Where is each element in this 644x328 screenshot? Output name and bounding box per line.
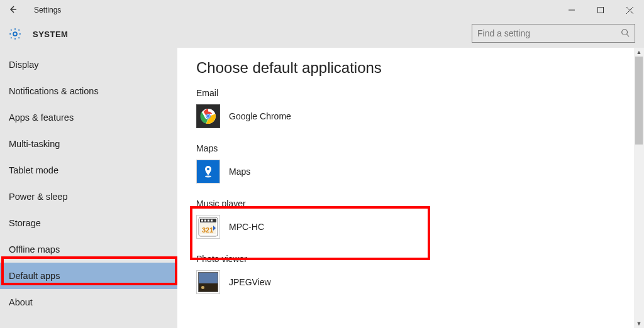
svg-point-10 bbox=[207, 115, 209, 118]
sidebar-item-apps-features[interactable]: Apps & features bbox=[0, 104, 177, 131]
page-heading: Choose default applications bbox=[196, 59, 644, 77]
default-app-name: Google Chrome bbox=[229, 111, 291, 121]
search-box[interactable] bbox=[472, 24, 635, 43]
minimize-button[interactable] bbox=[557, 0, 586, 20]
default-app-music[interactable]: 321 MPC-HC bbox=[196, 215, 644, 239]
sidebar-item-about[interactable]: About bbox=[0, 289, 177, 315]
default-app-maps[interactable]: Maps bbox=[196, 160, 644, 183]
scroll-thumb[interactable] bbox=[635, 57, 643, 145]
sidebar-item-label: Apps & features bbox=[9, 112, 74, 123]
titlebar: Settings bbox=[0, 0, 644, 20]
content-pane: Choose default applications Email Google… bbox=[177, 48, 644, 328]
category-label-maps: Maps bbox=[196, 143, 644, 153]
search-icon bbox=[621, 28, 630, 39]
maximize-button[interactable] bbox=[586, 0, 615, 20]
sidebar-item-label: About bbox=[9, 297, 33, 307]
sidebar-item-display[interactable]: Display bbox=[0, 52, 177, 78]
default-app-name: JPEGView bbox=[229, 277, 271, 287]
window-controls bbox=[557, 0, 644, 20]
sidebar-item-label: Storage bbox=[9, 218, 41, 228]
svg-rect-1 bbox=[598, 8, 604, 13]
maps-icon bbox=[196, 160, 220, 183]
back-button[interactable] bbox=[0, 4, 25, 16]
default-app-email[interactable]: Google Chrome bbox=[196, 104, 644, 128]
window-title: Settings bbox=[34, 6, 61, 14]
scroll-up-icon[interactable]: ▲ bbox=[634, 48, 644, 57]
svg-point-11 bbox=[205, 176, 211, 178]
svg-rect-14 bbox=[201, 220, 203, 222]
default-app-name: MPC-HC bbox=[229, 222, 264, 232]
default-app-name: Maps bbox=[229, 167, 250, 177]
chrome-icon bbox=[196, 104, 220, 128]
sidebar-item-label: Multi-tasking bbox=[9, 139, 60, 149]
category-label-email: Email bbox=[196, 88, 644, 98]
search-input[interactable] bbox=[477, 28, 621, 38]
svg-point-4 bbox=[13, 32, 17, 36]
sidebar-item-default-apps[interactable]: Default apps bbox=[0, 263, 177, 289]
svg-rect-16 bbox=[208, 220, 209, 222]
header-bar: SYSTEM bbox=[0, 20, 644, 48]
sidebar-item-label: Tablet mode bbox=[9, 165, 58, 175]
svg-line-6 bbox=[627, 34, 630, 36]
category-label-music: Music player bbox=[196, 199, 644, 209]
sidebar-item-offline-maps[interactable]: Offline maps bbox=[0, 236, 177, 263]
close-button[interactable] bbox=[615, 0, 644, 20]
default-app-photo[interactable]: JPEGView bbox=[196, 270, 644, 294]
sidebar-item-tablet-mode[interactable]: Tablet mode bbox=[0, 157, 177, 183]
jpegview-icon bbox=[196, 270, 220, 294]
sidebar-item-multitasking[interactable]: Multi-tasking bbox=[0, 131, 177, 157]
sidebar-item-label: Display bbox=[9, 60, 39, 70]
category-label-photo: Photo viewer bbox=[196, 254, 644, 264]
sidebar-item-label: Power & sleep bbox=[9, 192, 68, 202]
svg-point-5 bbox=[622, 29, 628, 35]
sidebar-item-storage[interactable]: Storage bbox=[0, 210, 177, 236]
gear-icon bbox=[6, 25, 24, 43]
sidebar-item-label: Default apps bbox=[9, 271, 60, 281]
sidebar: Display Notifications & actions Apps & f… bbox=[0, 48, 177, 328]
scrollbar[interactable]: ▲ ▼ bbox=[634, 48, 644, 328]
sidebar-item-label: Offline maps bbox=[9, 244, 60, 254]
sidebar-item-power-sleep[interactable]: Power & sleep bbox=[0, 183, 177, 210]
scroll-down-icon[interactable]: ▼ bbox=[634, 319, 644, 328]
svg-rect-17 bbox=[211, 220, 213, 222]
mpc-icon: 321 bbox=[196, 215, 220, 239]
svg-text:321: 321 bbox=[202, 226, 213, 234]
section-title: SYSTEM bbox=[33, 30, 68, 39]
svg-rect-15 bbox=[204, 220, 206, 222]
sidebar-item-notifications[interactable]: Notifications & actions bbox=[0, 78, 177, 104]
sidebar-item-label: Notifications & actions bbox=[9, 86, 99, 96]
